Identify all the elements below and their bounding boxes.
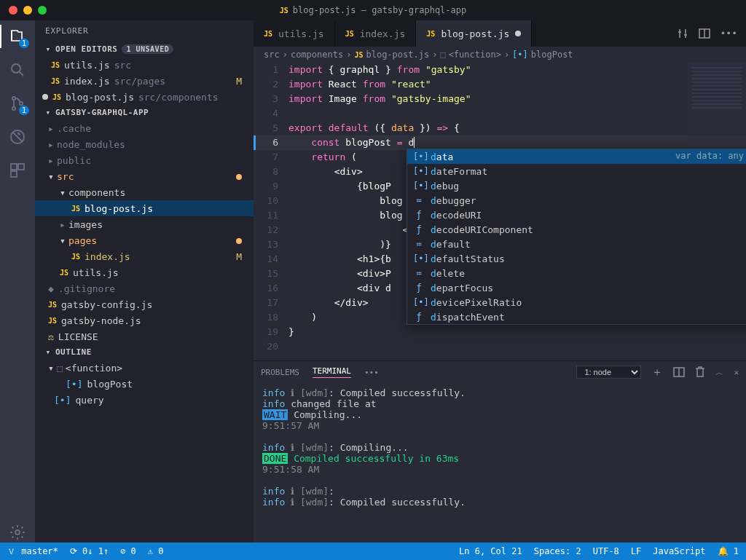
symbol-variable-icon: [•] [512, 50, 528, 60]
terminal-output[interactable]: info ℹ [wdm]: Compiled successfully. inf… [254, 383, 746, 543]
explorer-icon[interactable]: 1 [7, 26, 28, 47]
file-row[interactable]: JSgatsby-config.js [35, 296, 254, 312]
panel-tab-terminal[interactable]: TERMINAL [313, 366, 351, 378]
folder-row[interactable]: ▾pages [35, 232, 254, 248]
folder-row[interactable]: ▾components [35, 184, 254, 200]
minimap[interactable] [688, 63, 746, 143]
panel-tab-problems[interactable]: PROBLEMS [261, 368, 299, 377]
modified-indicator: M [236, 76, 242, 87]
js-file-icon: JS [264, 30, 272, 38]
breadcrumb[interactable]: src› components› JSblog-post.js› ⬚<funct… [254, 47, 746, 63]
file-row[interactable]: ◆.gitignore [35, 280, 254, 296]
svg-point-0 [12, 64, 20, 73]
open-editors-header[interactable]: ▾ OPEN EDITORS 1 UNSAVED [35, 42, 254, 57]
symbol-function-icon: ƒ [413, 224, 425, 234]
kill-terminal-icon[interactable] [695, 366, 705, 378]
close-window[interactable] [9, 6, 17, 15]
folder-row[interactable]: ▾src [35, 168, 254, 184]
terminal-selector[interactable]: 1: node [576, 366, 641, 379]
status-warnings[interactable]: ⚠ 0 [148, 546, 164, 556]
panel-more-icon[interactable]: ••• [364, 368, 379, 377]
suggestion-item[interactable]: ƒdecodeURIComponent [407, 222, 746, 237]
panel: PROBLEMS TERMINAL ••• 1: node ＋ ︿ ✕ info… [254, 360, 746, 543]
suggestion-item[interactable]: [•]dateFormat [407, 164, 746, 178]
extensions-icon[interactable] [7, 160, 28, 181]
status-errors[interactable]: ⊘ 0 [120, 546, 136, 556]
js-file-icon: JS [52, 93, 61, 101]
symbol-variable-icon: [•] [413, 181, 425, 191]
minimize-window[interactable] [23, 6, 32, 15]
tab-utils[interactable]: JSutils.js [254, 20, 335, 47]
search-icon[interactable] [7, 60, 28, 80]
outline-item[interactable]: ▾⬚<function> [35, 360, 254, 376]
split-editor-icon[interactable] [699, 28, 710, 39]
suggestion-item[interactable]: [•]debug [407, 178, 746, 193]
settings-gear-icon[interactable] [7, 522, 28, 543]
open-editor-item[interactable]: JS blog-post.js src/components [35, 89, 254, 105]
symbol-keyword-icon: ≔ [413, 268, 425, 278]
git-branch[interactable]: 🜉 master* [7, 546, 58, 556]
git-file-icon: ◆ [48, 283, 54, 294]
folder-row[interactable]: ▸.cache [35, 120, 254, 136]
chevron-down-icon: ▾ [45, 108, 51, 117]
code-editor[interactable]: 12345 678910 1112131415 1617181920 impor… [254, 63, 746, 360]
folder-row[interactable]: ▸node_modules [35, 136, 254, 152]
more-actions-icon[interactable]: ••• [721, 28, 737, 39]
js-file-icon: JS [60, 269, 68, 277]
folder-row[interactable]: ▸images [35, 216, 254, 232]
file-icon: JS [280, 7, 288, 15]
debug-icon[interactable] [7, 127, 28, 147]
js-file-icon: JS [345, 30, 354, 38]
dirty-dot-icon [515, 31, 521, 36]
js-file-icon: JS [48, 317, 57, 325]
indent-setting[interactable]: Spaces: 2 [534, 546, 581, 556]
open-editor-item[interactable]: JS utils.js src [35, 57, 254, 73]
file-row[interactable]: JSblog-post.js [35, 200, 254, 216]
eol[interactable]: LF [631, 546, 641, 556]
split-terminal-icon[interactable] [673, 366, 685, 378]
notifications-bell-icon[interactable]: 🔔 1 [718, 546, 739, 556]
folder-row[interactable]: ▸public [35, 152, 254, 168]
symbol-variable-icon: [•] [54, 395, 71, 406]
language-mode[interactable]: JavaScript [653, 546, 705, 556]
suggestion-item[interactable]: ≔default [407, 237, 746, 251]
source-control-icon[interactable]: 1 [7, 93, 28, 114]
git-dirty-dot-icon [236, 238, 242, 244]
symbol-variable-icon: [•] [413, 297, 425, 307]
open-editor-item[interactable]: JS index.js src/pages M [35, 73, 254, 89]
symbol-function-icon: ƒ [413, 312, 425, 322]
suggestion-item[interactable]: ≔debugger [407, 193, 746, 208]
symbol-variable-icon: [•] [413, 253, 425, 264]
new-terminal-icon[interactable]: ＋ [651, 365, 663, 380]
symbol-variable-icon: [•] [413, 151, 425, 162]
outline-item[interactable]: [•]query [35, 392, 254, 408]
maximize-panel-icon[interactable]: ︿ [715, 367, 723, 378]
editor-tabs: JSutils.js JSindex.js JSblog-post.js ••• [254, 20, 746, 47]
intellisense-popup[interactable]: var data: anyi [•]data [•]dateFormat [•]… [407, 149, 746, 325]
git-sync[interactable]: ⟳ 0↓ 1↑ [70, 546, 109, 556]
encoding[interactable]: UTF-8 [593, 546, 619, 556]
project-header[interactable]: ▾ GATSBY-GRAPHQL-APP [35, 105, 254, 120]
file-row[interactable]: JSgatsby-node.js [35, 312, 254, 328]
suggestion-item[interactable]: [•]defaultStatus [407, 251, 746, 266]
suggestion-item[interactable]: ƒdepartFocus [407, 280, 746, 295]
outline-item[interactable]: [•]blogPost [35, 376, 254, 392]
suggestion-item[interactable]: ƒdecodeURI [407, 208, 746, 222]
close-panel-icon[interactable]: ✕ [734, 368, 739, 377]
file-row[interactable]: JSindex.jsM [35, 248, 254, 264]
sidebar-title: EXPLORER [35, 20, 254, 42]
cursor-position[interactable]: Ln 6, Col 21 [459, 546, 522, 556]
suggestion-item[interactable]: ƒdispatchEvent [407, 309, 746, 324]
compare-changes-icon[interactable] [677, 28, 688, 39]
suggestion-item[interactable]: ≔delete [407, 266, 746, 280]
tab-index[interactable]: JSindex.js [335, 20, 417, 47]
maximize-window[interactable] [38, 6, 47, 15]
outline-header[interactable]: ▾ OUTLINE [35, 344, 254, 360]
svg-rect-7 [11, 171, 17, 177]
file-row[interactable]: JSutils.js [35, 264, 254, 280]
svg-point-3 [20, 102, 23, 105]
tab-blog-post[interactable]: JSblog-post.js [416, 20, 532, 47]
file-row[interactable]: ⚖LICENSE [35, 328, 254, 344]
suggestion-item[interactable]: [•]devicePixelRatio [407, 295, 746, 309]
js-file-icon: JS [71, 205, 80, 213]
